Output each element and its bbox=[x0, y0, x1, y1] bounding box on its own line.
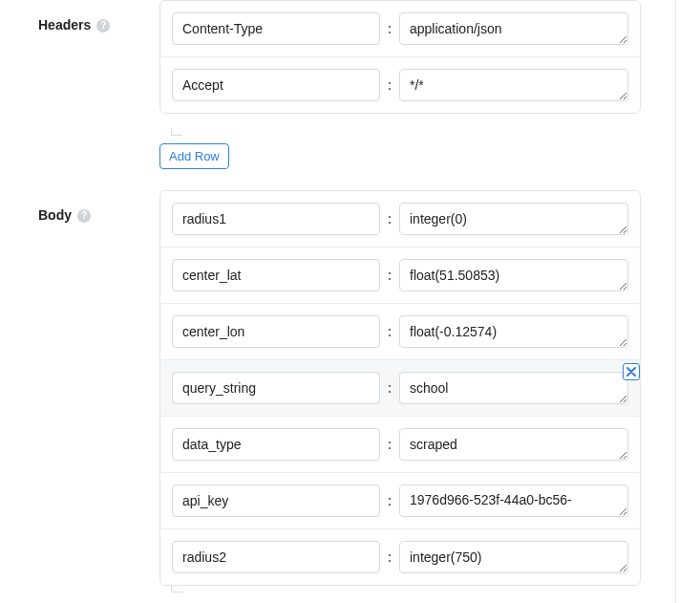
colon: : bbox=[380, 437, 399, 452]
body-key-input[interactable] bbox=[172, 485, 380, 517]
headers-section: Headers ? : application/json : */* bbox=[0, 0, 700, 114]
headers-label-text: Headers bbox=[38, 17, 91, 32]
colon: : bbox=[380, 211, 399, 226]
headers-row: : application/json bbox=[160, 1, 640, 57]
body-value-input[interactable]: integer(0) bbox=[399, 203, 628, 235]
colon: : bbox=[380, 77, 399, 93]
headers-row: : */* bbox=[160, 57, 640, 113]
body-key-input[interactable] bbox=[172, 259, 380, 291]
row-stub bbox=[171, 585, 182, 592]
header-key-input[interactable] bbox=[172, 12, 380, 45]
body-label: Body ? bbox=[0, 190, 159, 586]
body-key-input[interactable] bbox=[172, 428, 380, 461]
body-row: : integer(0) bbox=[160, 191, 640, 248]
body-row: : 1976d966-523f-44a0-bc56- bbox=[160, 473, 640, 529]
body-key-input[interactable] bbox=[172, 203, 380, 235]
body-value-input[interactable]: integer(750) bbox=[399, 541, 628, 573]
vertical-separator bbox=[675, 0, 676, 603]
colon: : bbox=[380, 21, 399, 36]
help-icon[interactable]: ? bbox=[77, 209, 91, 223]
colon: : bbox=[380, 268, 399, 283]
body-section: Body ? : integer(0) : float(51.50853) : … bbox=[0, 190, 700, 586]
body-row: : float(51.50853) bbox=[160, 248, 640, 304]
colon: : bbox=[380, 324, 399, 339]
colon: : bbox=[380, 493, 399, 508]
colon: : bbox=[380, 380, 399, 396]
delete-row-button[interactable] bbox=[623, 363, 640, 380]
body-key-input[interactable] bbox=[172, 315, 380, 348]
body-key-input[interactable] bbox=[172, 541, 380, 573]
row-stub bbox=[171, 128, 182, 136]
body-value-input[interactable]: float(-0.12574) bbox=[399, 315, 628, 348]
body-value-input[interactable]: 1976d966-523f-44a0-bc56- bbox=[399, 485, 628, 517]
body-key-input[interactable] bbox=[172, 372, 380, 404]
add-row-button[interactable]: Add Row bbox=[159, 143, 229, 169]
add-row-wrap: Add Row bbox=[159, 143, 700, 169]
headers-panel: : application/json : */* bbox=[159, 0, 641, 114]
body-value-input[interactable]: float(51.50853) bbox=[399, 259, 628, 291]
close-icon bbox=[626, 367, 636, 377]
header-value-input[interactable]: */* bbox=[399, 69, 628, 101]
help-icon[interactable]: ? bbox=[96, 19, 110, 32]
body-label-text: Body bbox=[38, 207, 72, 223]
body-value-input[interactable]: school bbox=[399, 372, 628, 404]
header-value-input[interactable]: application/json bbox=[399, 12, 628, 45]
body-row: : integer(750) bbox=[160, 529, 640, 585]
header-key-input[interactable] bbox=[172, 69, 380, 101]
colon: : bbox=[380, 549, 399, 565]
body-value-input[interactable]: scraped bbox=[399, 428, 628, 461]
headers-label: Headers ? bbox=[0, 0, 159, 114]
body-panel: : integer(0) : float(51.50853) : float(-… bbox=[159, 190, 641, 586]
body-row: : float(-0.12574) bbox=[160, 304, 640, 360]
body-row: : school bbox=[160, 360, 640, 417]
body-row: : scraped bbox=[160, 417, 640, 473]
